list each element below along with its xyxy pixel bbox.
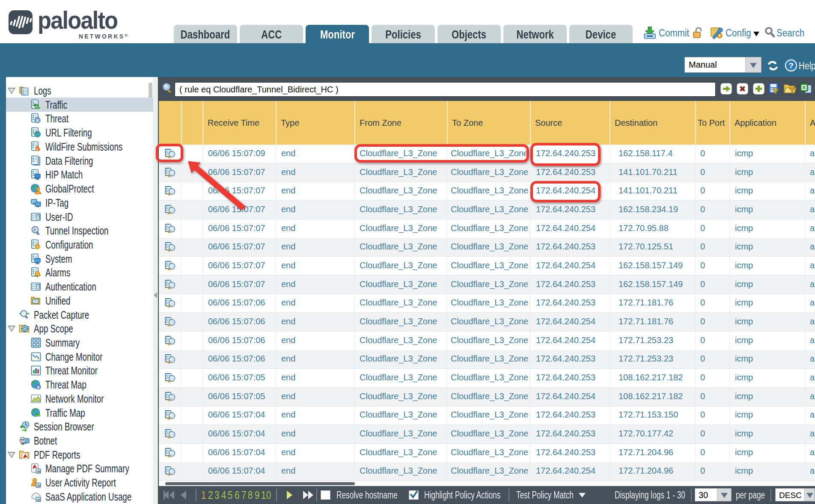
svg-text:x: x — [36, 118, 39, 124]
svg-text:x: x — [37, 385, 40, 390]
svg-text:?: ? — [788, 61, 794, 70]
